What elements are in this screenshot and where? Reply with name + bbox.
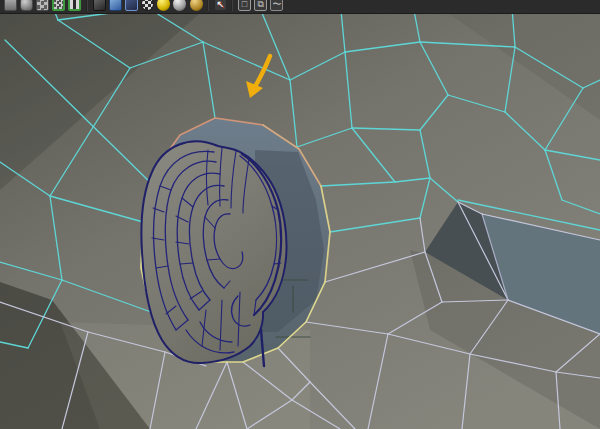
make-live-icon[interactable] [68, 0, 81, 11]
scene-layers [0, 0, 600, 429]
ipr-render-icon[interactable] [157, 0, 170, 11]
output-connections-icon[interactable] [109, 0, 122, 11]
snap-point-icon[interactable] [36, 0, 49, 11]
hypershade-icon[interactable] [190, 0, 203, 11]
render-settings-icon[interactable] [173, 0, 186, 11]
component-mode-icon[interactable]: ⧉ [254, 0, 267, 11]
snap-curve-icon[interactable] [20, 0, 33, 11]
toolbar-divider [86, 0, 88, 11]
asset-mode-icon[interactable]: 〜 [270, 0, 283, 11]
render-view-icon[interactable] [141, 0, 154, 11]
viewport-canvas[interactable] [0, 0, 600, 429]
selection-pointer-icon[interactable]: ↖ [214, 0, 227, 11]
application-window: ↖□⧉〜 [0, 0, 600, 429]
status-line-toolbar: ↖□⧉〜 [0, 0, 600, 14]
snap-view-plane-icon[interactable] [52, 0, 65, 11]
toolbar-divider [231, 0, 233, 11]
toolbar-divider [207, 0, 209, 11]
snap-grid-icon[interactable] [4, 0, 17, 11]
object-mode-icon[interactable]: □ [238, 0, 251, 11]
construction-history-icon[interactable] [125, 0, 138, 11]
input-connections-icon[interactable] [93, 0, 106, 11]
